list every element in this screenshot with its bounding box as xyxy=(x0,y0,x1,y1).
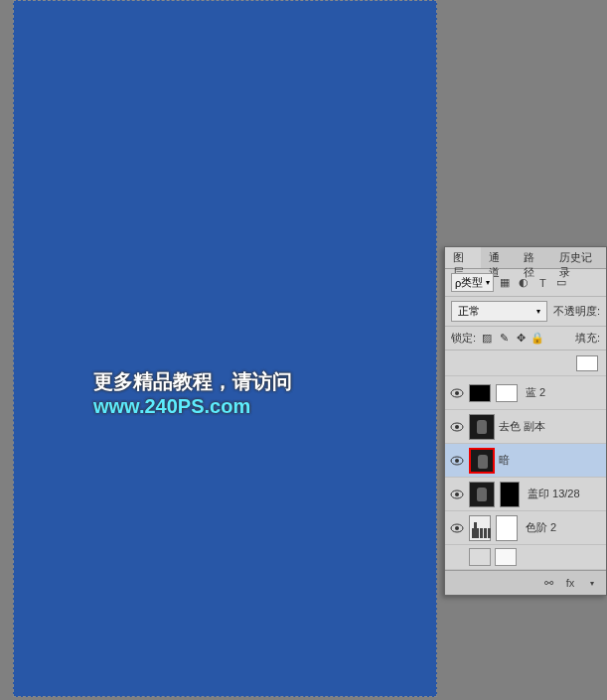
visibility-toggle[interactable] xyxy=(449,520,465,536)
opacity-label: 不透明度: xyxy=(553,304,600,319)
blend-row: 正常 ▾ 不透明度: xyxy=(445,297,606,327)
layer-row[interactable]: 蓝 2 xyxy=(445,376,606,410)
layer-name[interactable]: 暗 xyxy=(499,453,510,468)
layer-row[interactable]: 色阶 2 xyxy=(445,511,606,545)
visibility-toggle[interactable] xyxy=(449,487,465,502)
watermark-url: www.240PS.com xyxy=(93,395,250,417)
lock-all-icon[interactable]: 🔒 xyxy=(531,332,544,346)
layer-mask-thumb[interactable] xyxy=(576,355,598,371)
layer-name[interactable]: 色阶 2 xyxy=(526,520,556,535)
chevron-down-icon: ▾ xyxy=(584,575,600,591)
fill-label: 填充: xyxy=(575,331,600,346)
layer-kind-dropdown[interactable]: ρ 类型 ▾ xyxy=(451,273,494,292)
chevron-down-icon: ▾ xyxy=(536,307,540,316)
layer-thumb[interactable] xyxy=(469,384,491,402)
visibility-toggle[interactable] xyxy=(449,453,465,469)
panel-footer: ⚯ fx ▾ xyxy=(445,570,606,595)
layer-row[interactable]: 去色 副本 xyxy=(445,410,606,444)
layer-mask-thumb[interactable] xyxy=(500,482,520,507)
watermark-part1: 更多精品教程，请访问 xyxy=(93,370,292,392)
layer-row[interactable] xyxy=(445,545,606,570)
layer-mask-thumb[interactable] xyxy=(496,515,518,541)
adjustment-thumb[interactable] xyxy=(469,515,491,541)
blend-mode-value: 正常 xyxy=(458,304,480,319)
lock-label: 锁定: xyxy=(451,331,476,346)
layer-row[interactable]: 盖印 13/28 xyxy=(445,478,606,511)
layer-name[interactable]: 盖印 13/28 xyxy=(528,487,580,501)
blend-mode-dropdown[interactable]: 正常 ▾ xyxy=(451,301,547,322)
layer-mask-thumb[interactable] xyxy=(495,548,517,566)
visibility-toggle[interactable] xyxy=(449,419,465,435)
link-layers-icon[interactable]: ⚯ xyxy=(540,575,556,591)
lock-icons: ▨ ✎ ✥ 🔒 xyxy=(480,332,544,346)
layers-list: 蓝 2 去色 副本 暗 盖印 13/28 色阶 2 xyxy=(445,350,606,570)
visibility-toggle[interactable] xyxy=(449,355,465,371)
layer-name[interactable]: 去色 副本 xyxy=(499,419,545,434)
filter-shape-icon[interactable]: ▭ xyxy=(553,275,569,291)
layer-thumb[interactable] xyxy=(469,482,495,507)
lock-transparency-icon[interactable]: ▨ xyxy=(480,332,494,346)
chevron-down-icon: ▾ xyxy=(486,278,490,287)
svg-point-3 xyxy=(455,425,459,429)
svg-point-5 xyxy=(455,459,459,463)
lock-position-icon[interactable]: ✥ xyxy=(514,332,528,346)
svg-point-7 xyxy=(455,492,459,496)
svg-point-9 xyxy=(455,526,459,530)
visibility-toggle[interactable] xyxy=(449,385,465,401)
layer-row[interactable] xyxy=(445,350,606,376)
document-canvas[interactable]: 更多精品教程，请访问 www.240PS.com xyxy=(13,0,437,697)
layer-fx-icon[interactable]: fx xyxy=(562,575,578,591)
visibility-toggle[interactable] xyxy=(449,549,465,565)
layers-panel: 图层 通道 路径 历史记录 ρ 类型 ▾ ▦ ◐ T ▭ 正常 ▾ 不透明度: … xyxy=(444,246,607,596)
svg-point-1 xyxy=(455,391,459,395)
layer-mask-thumb[interactable] xyxy=(496,384,518,402)
layer-name[interactable]: 蓝 2 xyxy=(526,385,545,400)
filter-image-icon[interactable]: ▦ xyxy=(497,275,513,291)
tab-paths[interactable]: 路径 xyxy=(516,247,551,268)
layer-thumb[interactable] xyxy=(469,448,495,474)
panel-tabs: 图层 通道 路径 历史记录 xyxy=(445,247,606,269)
tab-history[interactable]: 历史记录 xyxy=(551,247,606,268)
layer-thumb[interactable] xyxy=(469,548,491,566)
layer-thumb[interactable] xyxy=(469,414,495,440)
filter-adjust-icon[interactable]: ◐ xyxy=(516,275,531,291)
lock-pixels-icon[interactable]: ✎ xyxy=(497,332,511,346)
tab-channels[interactable]: 通道 xyxy=(481,247,517,268)
lock-row: 锁定: ▨ ✎ ✥ 🔒 填充: xyxy=(445,327,606,350)
kind-label: 类型 xyxy=(461,275,483,290)
tab-layers[interactable]: 图层 xyxy=(445,247,481,268)
filter-text-icon[interactable]: T xyxy=(534,275,550,291)
layer-row-selected[interactable]: 暗 xyxy=(445,444,606,478)
watermark-text: 更多精品教程，请访问 www.240PS.com xyxy=(93,368,436,418)
